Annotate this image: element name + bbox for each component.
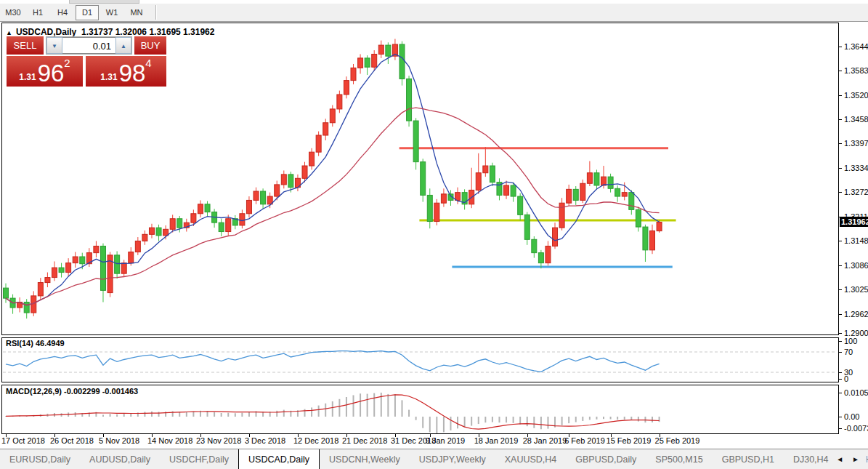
candle-body [337, 95, 342, 109]
candle-body [657, 222, 662, 231]
chart-title-symbol: USDCAD,Daily [16, 27, 76, 37]
candle-body [545, 246, 551, 262]
axis-tick [839, 393, 842, 393]
timeframe-button-d1[interactable]: D1 [76, 5, 99, 20]
candle-body [622, 193, 627, 196]
symbol-tab-gbpusd[interactable]: GBPUSD,H1 [713, 449, 784, 469]
buy-button[interactable]: BUY [134, 36, 166, 55]
candle-body [476, 173, 481, 191]
timeframe-button-m30[interactable]: M30 [1, 5, 25, 20]
date-axis-label: 18 Jan 2019 [474, 436, 519, 445]
candle-body [441, 194, 446, 203]
candle-body [351, 68, 356, 80]
symbol-tab-usdjpy[interactable]: USDJPY,Weekly [410, 449, 495, 469]
axis-tick [839, 417, 842, 417]
axis-tick [839, 95, 842, 96]
sell-price-button[interactable]: 1.31 96 2 [7, 56, 83, 87]
date-axis-label: 12 Dec 2018 [293, 436, 338, 445]
date-axis-label: 23 Nov 2018 [196, 436, 241, 445]
date-axis-label: 26 Oct 2018 [50, 436, 94, 445]
candle-body [344, 81, 349, 95]
chart-title-ohlc: 1.31737 1.32006 1.31695 1.31962 [81, 27, 215, 37]
candle-body [24, 302, 29, 313]
price-axis-label: 1.36445 [844, 42, 868, 51]
candle-body [309, 152, 315, 166]
candle-body [594, 173, 599, 185]
timeframe-button-w1[interactable]: W1 [100, 5, 123, 20]
date-axis-label: 15 Feb 2019 [607, 436, 652, 445]
candle-body [399, 44, 405, 79]
candle-body [580, 183, 585, 200]
symbol-tab-usdcad[interactable]: USDCAD,Daily [238, 449, 320, 469]
sell-price-sup: 2 [64, 57, 70, 68]
candle-body [524, 215, 530, 239]
buy-price-button[interactable]: 1.31 98 4 [86, 56, 166, 87]
date-axis-label: 3 Dec 2018 [245, 436, 285, 445]
timeframe-button-mn[interactable]: MN [125, 5, 148, 20]
symbol-tab-bar: EURUSD,DailyAUDUSD,DailyUSDCHF,DailyUSDC… [0, 449, 868, 469]
candle-body [643, 227, 648, 250]
sell-button[interactable]: SELL [7, 36, 44, 55]
candle-body [386, 45, 391, 56]
timeframe-button-h4[interactable]: H4 [51, 5, 74, 20]
candle-body [511, 185, 516, 196]
axis-tick [839, 71, 842, 71]
date-axis-label: 9 Jan 2019 [426, 436, 465, 445]
axis-tick [839, 341, 842, 342]
candle-body [407, 79, 412, 121]
rsi-axis-label: 70 [844, 348, 853, 356]
price-axis-label: 1.30250 [844, 285, 868, 294]
volume-input[interactable]: 0.01 [62, 37, 115, 54]
candle-body [253, 191, 259, 200]
macd-axis-label: -0.0073 [844, 424, 868, 433]
axis-tick [839, 428, 842, 429]
volume-up-icon[interactable]: ▲ [115, 37, 131, 54]
date-axis-label: 17 Oct 2018 [1, 436, 45, 445]
axis-tick [839, 241, 842, 241]
candle-body [4, 288, 9, 298]
candle-body [31, 296, 36, 313]
candle-body [615, 188, 620, 196]
candle-body [261, 191, 266, 204]
rsi-canvas[interactable] [2, 338, 838, 382]
date-axis-label: 6 Feb 2019 [564, 436, 605, 445]
candle-body [198, 204, 203, 214]
volume-down-icon[interactable]: ▼ [46, 37, 62, 54]
price-axis-label: 1.32725 [844, 188, 868, 196]
tab-scroll-left-icon[interactable]: ◄ [836, 455, 843, 463]
candle-body [302, 166, 307, 178]
candle-body [73, 257, 78, 263]
symbol-tab-sp500[interactable]: SP500,M15 [646, 449, 712, 469]
macd-label: MACD(12,26,9) -0.002299 -0.001463 [6, 387, 138, 396]
symbol-tab-eurusd[interactable]: EURUSD,Daily [0, 449, 80, 469]
sell-price-big: 96 [38, 63, 65, 84]
candle-body [121, 263, 126, 274]
axis-tick [839, 168, 842, 169]
symbol-tab-gbpusd[interactable]: GBPUSD,Daily [566, 449, 646, 469]
candle-body [45, 278, 50, 283]
price-axis-label: 1.31480 [844, 236, 868, 245]
candle-body [246, 200, 251, 213]
price-axis-label: 1.33970 [844, 139, 868, 148]
candle-body [629, 193, 634, 210]
candle-body [650, 231, 655, 249]
timeframe-button-h1[interactable]: H1 [26, 5, 49, 20]
mt4-window: M30H1H4D1W1MN ▲USDCAD,Daily 1.31737 1.32… [0, 0, 868, 469]
candle-body [281, 175, 286, 185]
symbol-tab-xauusd[interactable]: XAUUSD,H4 [495, 449, 567, 469]
date-axis-label: 14 Nov 2018 [147, 436, 192, 445]
timeframe-toolbar: M30H1H4D1W1MN [0, 4, 868, 22]
date-axis-label: 25 Feb 2019 [655, 436, 700, 445]
axis-tick [839, 192, 842, 193]
buy-price-small: 1.31 [100, 70, 117, 84]
candle-body [372, 55, 377, 68]
tab-scroll-right-icon[interactable]: ► [852, 455, 859, 463]
axis-tick [839, 265, 842, 266]
collapse-arrow-icon[interactable]: ▲ [6, 29, 12, 36]
symbol-tab-usdcnh[interactable]: USDCNH,Weekly [320, 449, 410, 469]
candle-body [219, 223, 224, 231]
symbol-tab-usdchf[interactable]: USDCHF,Daily [160, 449, 238, 469]
chart-title: ▲USDCAD,Daily 1.31737 1.32006 1.31695 1.… [6, 27, 214, 37]
candle-body [608, 177, 613, 188]
symbol-tab-audusd[interactable]: AUDUSD,Daily [80, 449, 160, 469]
